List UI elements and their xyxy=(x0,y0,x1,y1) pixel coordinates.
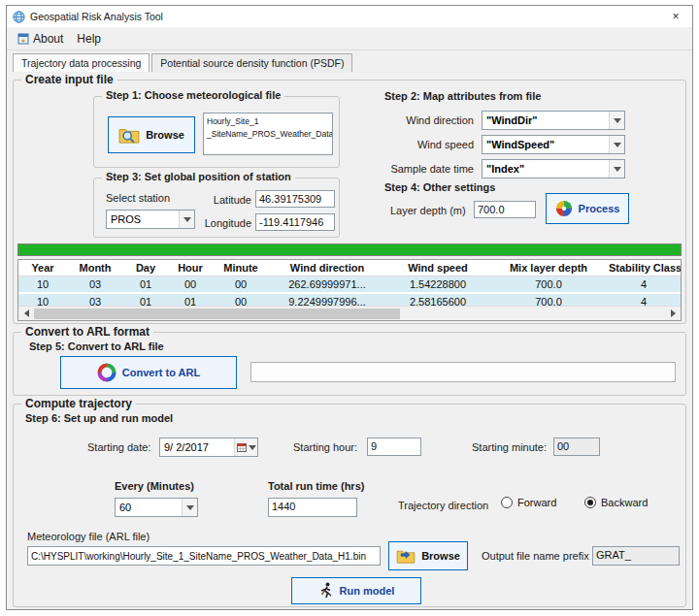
convert-to-arl-label: Convert to ARL xyxy=(122,367,200,378)
output-prefix-label: Output file name prefix xyxy=(482,550,589,562)
col-wind-speed[interactable]: Wind speed xyxy=(385,260,490,276)
run-model-label: Run model xyxy=(340,585,395,597)
running-person-icon xyxy=(318,582,334,600)
output-prefix-field[interactable]: GRAT_ xyxy=(592,546,680,566)
met-arl-file-field[interactable]: C:\HYSPLIT\working\Hourly_Site_1_SiteNam… xyxy=(27,546,381,566)
tabstrip: Trajectory data processing Potential sou… xyxy=(7,51,692,72)
table-header-row: Year Month Day Hour Minute Wind directio… xyxy=(18,260,681,276)
col-minute[interactable]: Minute xyxy=(213,260,269,276)
col-day[interactable]: Day xyxy=(123,260,168,276)
latitude-field[interactable]: 46.39175309 xyxy=(255,190,335,208)
step1-title: Step 1: Choose meteorological file xyxy=(102,89,284,101)
chevron-down-icon xyxy=(609,112,624,129)
step3-title: Step 3: Set global position of station xyxy=(102,171,295,182)
radio-forward[interactable]: Forward xyxy=(501,497,556,508)
met-arl-file-label: Meteorology file (ARL file) xyxy=(27,531,150,542)
menubar: About Help xyxy=(7,27,692,50)
layer-depth-label: Layer depth (m) xyxy=(390,205,466,216)
sample-date-time-label: Sample date time xyxy=(384,163,474,175)
table-row[interactable]: 10 03 01 00 00 262.69999971... 1.5422880… xyxy=(18,276,681,294)
trajectory-direction-label: Trajectory direction xyxy=(398,500,488,511)
layer-depth-field[interactable]: 700.0 xyxy=(474,201,536,218)
longitude-field[interactable]: -119.4117946 xyxy=(255,213,335,231)
step6-title: Step 6: Set up and run model xyxy=(25,412,173,424)
wind-speed-label: Wind speed xyxy=(384,139,474,150)
radio-circle-icon xyxy=(501,497,513,508)
latitude-label: Latitude xyxy=(203,194,251,206)
chevron-down-icon xyxy=(249,445,256,450)
station-select[interactable]: PROS xyxy=(106,210,195,229)
longitude-label: Longitude xyxy=(199,217,251,229)
pinwheel-icon xyxy=(555,200,573,217)
tab-psdf[interactable]: Potential source density function (PSDF) xyxy=(151,53,352,72)
menu-help[interactable]: Help xyxy=(70,29,108,49)
col-mix-layer-depth[interactable]: Mix layer depth xyxy=(490,260,607,276)
chevron-down-icon xyxy=(609,160,624,178)
total-run-time-field[interactable]: 1440 xyxy=(268,498,357,517)
group-create-input-file: Create input file Step 1: Choose meteoro… xyxy=(13,80,686,324)
tab-content: Create input file Step 1: Choose meteoro… xyxy=(7,72,692,610)
window-titlebar: Geospatial Risk Analysis Tool × xyxy=(7,6,692,27)
group-title: Convert to ARL format xyxy=(21,325,153,339)
starting-hour-label: Starting hour: xyxy=(293,441,357,453)
run-model-button[interactable]: Run model xyxy=(291,577,421,604)
folder-arrow-icon xyxy=(396,548,416,564)
folder-magnifier-icon xyxy=(118,126,140,144)
group-title: Create input file xyxy=(21,73,117,86)
process-progress-bar xyxy=(17,243,682,256)
browse-arl-button[interactable]: Browse xyxy=(388,541,468,570)
color-ring-icon xyxy=(97,363,116,382)
process-button[interactable]: Process xyxy=(546,193,629,224)
select-station-label: Select station xyxy=(106,192,170,204)
browse-label: Browse xyxy=(146,129,184,141)
app-window: Geospatial Risk Analysis Tool × About He… xyxy=(6,5,693,610)
close-button[interactable]: × xyxy=(659,6,692,27)
total-run-time-label: Total run time (hrs) xyxy=(268,480,364,492)
weather-data-table: Year Month Day Hour Minute Wind directio… xyxy=(17,259,682,321)
menu-about[interactable]: About xyxy=(11,29,70,49)
sample-date-time-select[interactable]: "Index" xyxy=(482,159,625,178)
group-step3: Step 3: Set global position of station S… xyxy=(93,178,340,238)
wind-direction-select[interactable]: "WindDir" xyxy=(482,111,625,130)
convert-to-arl-button[interactable]: Convert to ARL xyxy=(60,356,237,389)
starting-minute-field[interactable]: 00 xyxy=(553,438,600,456)
every-minutes-select[interactable]: 60 xyxy=(115,498,198,517)
calendar-icon[interactable] xyxy=(234,438,257,456)
window-title: Geospatial Risk Analysis Tool xyxy=(30,11,163,22)
starting-date-picker[interactable]: 9/ 2/2017 xyxy=(159,438,258,457)
chevron-down-icon xyxy=(609,136,624,153)
every-minutes-label: Every (Minutes) xyxy=(115,480,194,492)
chevron-down-icon xyxy=(182,499,197,516)
scroll-left-icon[interactable] xyxy=(18,307,34,320)
starting-date-label: Starting date: xyxy=(87,441,150,453)
wind-speed-select[interactable]: "WindSpeed" xyxy=(482,135,625,154)
starting-minute-label: Starting minute: xyxy=(472,441,547,453)
group-title: Compute trajectory xyxy=(21,397,136,410)
col-wind-direction[interactable]: Wind direction xyxy=(269,260,385,276)
col-stability-class[interactable]: Stability Class xyxy=(607,260,681,276)
scrollbar-thumb[interactable] xyxy=(34,308,400,319)
wind-direction-label: Wind direction xyxy=(384,114,474,126)
col-hour[interactable]: Hour xyxy=(168,260,213,276)
group-step1: Step 1: Choose meteorological file Brows… xyxy=(93,96,340,168)
browse-label: Browse xyxy=(421,550,460,562)
tab-trajectory-data-processing[interactable]: Trajectory data processing xyxy=(13,53,150,73)
group-step4: Step 4: Other settings Layer depth (m) 7… xyxy=(384,181,652,238)
browse-met-file-button[interactable]: Browse xyxy=(108,116,195,153)
col-year[interactable]: Year xyxy=(18,260,67,276)
group-compute-trajectory: Compute trajectory Step 6: Set up and ru… xyxy=(13,404,686,607)
about-menu-icon xyxy=(17,33,29,45)
scroll-right-icon[interactable] xyxy=(665,307,681,320)
table-horizontal-scrollbar[interactable] xyxy=(18,306,681,320)
met-file-display[interactable]: Hourly_Site_1 _SiteName_PROS_Weather_Dat… xyxy=(203,113,333,155)
starting-hour-field[interactable]: 9 xyxy=(367,438,421,456)
step4-title: Step 4: Other settings xyxy=(384,181,495,193)
step2-title: Step 2: Map attributes from file xyxy=(384,90,541,102)
group-step2: Step 2: Map attributes from file Wind di… xyxy=(384,90,652,179)
step5-title: Step 5: Convert to ARL file xyxy=(29,340,164,352)
radio-backward[interactable]: Backward xyxy=(584,497,648,508)
col-month[interactable]: Month xyxy=(67,260,123,276)
chevron-down-icon xyxy=(179,211,194,228)
group-convert-arl: Convert to ARL format Step 5: Convert to… xyxy=(13,332,686,396)
process-label: Process xyxy=(579,203,620,214)
